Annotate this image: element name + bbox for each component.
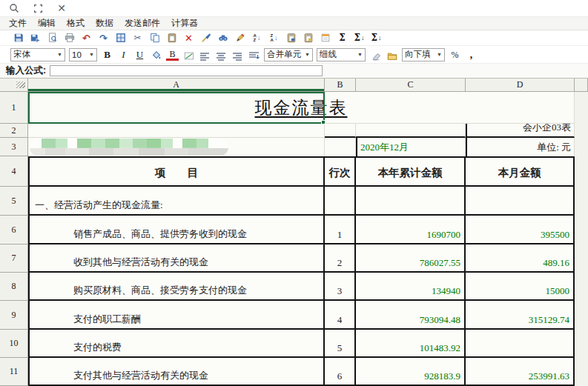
undo-icon[interactable]: ↶ <box>80 32 93 44</box>
cell-line-r8[interactable]: 3 <box>325 273 356 301</box>
find-icon[interactable] <box>217 32 229 44</box>
close-icon[interactable]: ✕ <box>53 1 70 15</box>
maximize-icon[interactable] <box>30 1 46 15</box>
cell-item-r7[interactable]: 收到其他与经营活动有关的现金 <box>28 244 325 273</box>
row-header-10[interactable]: 10 <box>0 330 28 358</box>
underline-button[interactable]: U <box>133 48 146 61</box>
cell-ytd-r10[interactable]: 101483.92 <box>356 330 466 358</box>
cell-month-r11[interactable]: 253991.63 <box>466 358 575 386</box>
cell-ytd-r7[interactable]: 786027.55 <box>356 244 466 273</box>
cell-c2[interactable] <box>356 124 466 138</box>
fill-down-select[interactable]: 向下填▼ <box>402 48 445 61</box>
formula-input[interactable] <box>50 65 323 76</box>
cell-line-r6[interactable]: 1 <box>325 216 356 244</box>
menu-file[interactable]: 文件 <box>9 17 27 30</box>
cell-month-r9[interactable]: 315129.74 <box>466 301 575 330</box>
align-center-icon[interactable] <box>215 48 228 61</box>
cell-ytd-r5[interactable] <box>356 187 466 216</box>
line-style-select[interactable]: 细线▼ <box>317 48 366 61</box>
header-cell-line-no[interactable]: 行次 <box>325 156 356 187</box>
merge-cells-select[interactable]: 合并单元▼ <box>264 48 313 61</box>
table-grid-icon[interactable] <box>114 32 127 44</box>
format-painter-icon[interactable] <box>199 32 212 44</box>
cell-a2[interactable] <box>28 124 325 138</box>
cell-ytd-r11[interactable]: 928183.9 <box>356 358 466 386</box>
borders-icon[interactable] <box>182 48 195 61</box>
font-color-button[interactable]: B <box>166 48 179 61</box>
cell-line-r9[interactable]: 4 <box>325 301 356 330</box>
wrap-text-icon[interactable] <box>248 48 260 61</box>
align-left-icon[interactable] <box>199 48 211 61</box>
bold-button[interactable]: B <box>101 48 113 61</box>
row-header-2[interactable]: 2 <box>0 124 28 138</box>
cell-unit[interactable]: 单位: 元 <box>466 138 575 156</box>
cell-item-r10[interactable]: 支付的税费 <box>28 330 325 358</box>
eraser-icon[interactable] <box>369 48 382 61</box>
row-header-3[interactable]: 3 <box>0 138 28 156</box>
row-header-1[interactable]: 1 <box>0 92 28 124</box>
cell-line-r7[interactable]: 2 <box>325 244 356 273</box>
search-icon[interactable] <box>6 1 22 15</box>
column-header-a[interactable]: A <box>28 79 325 92</box>
menu-send-mail[interactable]: 发送邮件 <box>125 17 160 30</box>
row-header-7[interactable]: 7 <box>0 244 28 273</box>
cell-ytd-r6[interactable]: 1690700 <box>356 216 466 244</box>
percent-button[interactable]: % <box>449 48 461 61</box>
row-header-11[interactable]: 11 <box>0 358 28 386</box>
copy-icon[interactable] <box>148 32 161 44</box>
cell-line-r11[interactable]: 6 <box>325 358 356 386</box>
menu-format[interactable]: 格式 <box>67 17 85 30</box>
sum-down-icon[interactable]: Σ↓ <box>353 32 366 44</box>
cell-month-r10[interactable] <box>466 330 575 358</box>
font-select[interactable]: 宋体▼ <box>10 48 65 61</box>
column-header-d[interactable]: D <box>466 79 575 92</box>
italic-button[interactable]: I <box>117 48 130 61</box>
cell-line-r10[interactable]: 5 <box>325 330 356 358</box>
cut-icon[interactable]: ✂ <box>131 32 144 44</box>
cell-ytd-r8[interactable]: 134940 <box>356 273 466 301</box>
select-all-corner[interactable] <box>0 79 28 92</box>
column-header-b[interactable]: B <box>325 79 356 92</box>
cell-item-r8[interactable]: 购买原材料、商品、接受劳务支付的现金 <box>28 273 325 301</box>
row-header-8[interactable]: 8 <box>0 273 28 301</box>
row-header-4[interactable]: 4 <box>0 156 28 187</box>
cell-item-r6[interactable]: 销售产成品、商品、提供劳务收到的现金 <box>28 216 325 244</box>
edit-icon[interactable] <box>234 32 246 44</box>
cell-line-r5[interactable] <box>325 187 356 216</box>
delete-icon[interactable]: ✕ <box>182 32 195 44</box>
row-header-5[interactable]: 5 <box>0 187 28 216</box>
fill-color-icon[interactable] <box>150 48 162 61</box>
menu-calculator[interactable]: 计算器 <box>171 17 198 30</box>
save-icon[interactable] <box>12 32 24 44</box>
redo-icon[interactable]: ↷ <box>97 32 110 44</box>
cell-item-r9[interactable]: 支付的职工薪酬 <box>28 301 325 330</box>
header-cell-ytd[interactable]: 本年累计金额 <box>356 156 466 187</box>
align-right-icon[interactable] <box>231 48 244 61</box>
cell-b2[interactable] <box>325 124 356 138</box>
print-preview-icon[interactable] <box>46 32 59 44</box>
cell-item-r11[interactable]: 支付其他与经营活动有关的现金 <box>28 358 325 386</box>
font-size-select[interactable]: 10▼ <box>69 48 97 61</box>
cell-b3[interactable] <box>325 138 356 156</box>
cell-month-r8[interactable]: 15000 <box>466 273 575 301</box>
save-as-icon[interactable] <box>29 32 42 44</box>
paste-icon[interactable] <box>165 32 178 44</box>
row-header-6[interactable]: 6 <box>0 216 28 244</box>
paste-values-icon[interactable] <box>285 32 297 44</box>
comma-button[interactable]: , <box>465 48 478 61</box>
cell-month-r5[interactable] <box>466 187 575 216</box>
row-header-9[interactable]: 9 <box>0 301 28 330</box>
cell-ytd-r9[interactable]: 793094.48 <box>356 301 466 330</box>
folder-settings-icon[interactable] <box>386 48 398 61</box>
cell-month-r6[interactable]: 395500 <box>466 216 575 244</box>
cell-title[interactable]: 现金流量表 <box>28 92 575 124</box>
paste-format-icon[interactable] <box>302 32 314 44</box>
header-cell-item[interactable]: 项 目 <box>28 156 325 187</box>
sort-descending-icon[interactable]: ZA↓ <box>268 32 280 44</box>
cell-form-code[interactable]: 会小企03表 <box>466 124 575 138</box>
menu-edit[interactable]: 编辑 <box>38 17 56 30</box>
cell-item-r5[interactable]: 一、经营活动产生的现金流量: <box>28 187 325 216</box>
menu-data[interactable]: 数据 <box>96 17 113 30</box>
sum-total-icon[interactable]: Σ↓ <box>370 32 383 44</box>
cell-period[interactable]: 2020年12月 <box>356 138 466 156</box>
